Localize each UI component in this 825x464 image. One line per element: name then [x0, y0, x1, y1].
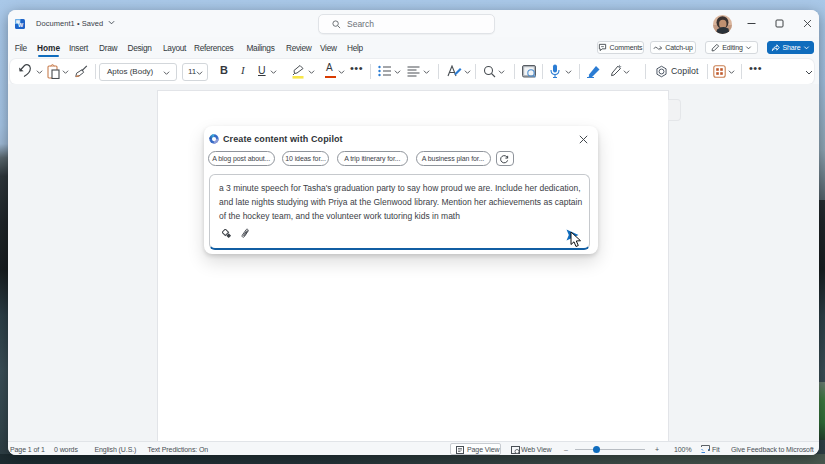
svg-text:W: W — [18, 22, 24, 28]
